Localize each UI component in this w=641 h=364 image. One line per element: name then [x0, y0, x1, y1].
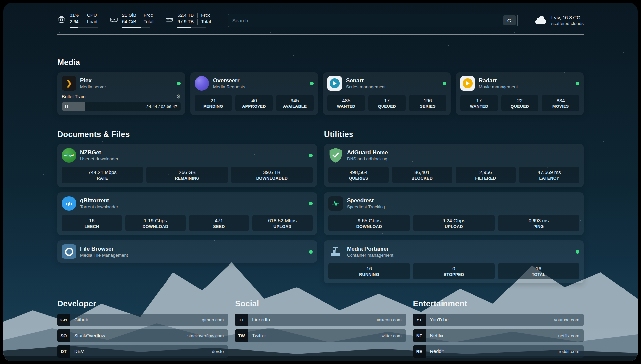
playback-progress-bar[interactable]: 24:44 / 02:06:47: [62, 102, 181, 111]
bookmark-netflix[interactable]: NF Netflix netflix.com: [413, 329, 584, 342]
stat-tile: 498,564QUERIES: [328, 167, 389, 183]
app-card-sonarr[interactable]: Sonarr Series management 485WANTED 17QUE…: [323, 72, 451, 115]
disk-stat: 52.4 TB Free 97.9 TB Total: [165, 13, 211, 28]
ram-progress-bar: [122, 27, 150, 28]
status-dot: [309, 202, 313, 205]
stat-tile: 17QUEUED: [368, 95, 406, 111]
app-name: Overseerr: [213, 77, 245, 84]
app-card-radarr[interactable]: Radarr Movie management 17WANTED 22QUEUE…: [456, 72, 584, 115]
bookmark-twitter[interactable]: TW Twitter twitter.com: [235, 329, 406, 342]
stat-tile: 16LEECH: [62, 215, 122, 231]
stat-tile: 86,401BLOCKED: [392, 167, 452, 183]
bookmark-youtube[interactable]: YT YouTube youtube.com: [413, 314, 584, 326]
stat-tile: 1.19 GbpsDOWNLOAD: [125, 215, 186, 231]
status-dot: [576, 250, 579, 254]
stat-tile: 47.569 msLATENCY: [519, 167, 579, 183]
plex-icon: ❯: [62, 76, 76, 91]
search-engine-button[interactable]: G: [503, 15, 516, 25]
app-card-adguard[interactable]: AdGuard Home DNS and adblocking 498,564Q…: [324, 144, 584, 187]
bookmark-github[interactable]: GH Github github.com: [57, 314, 228, 326]
speedtest-icon: [328, 196, 343, 211]
cpu-label: CPU: [83, 13, 98, 18]
bookmark-stackoverflow[interactable]: SO StackOverflow stackoverflow.com: [57, 329, 228, 342]
section-title-entertainment: Entertainment: [413, 299, 584, 308]
header-divider: [57, 34, 584, 35]
app-description: Media server: [80, 84, 106, 89]
stat-tile: 16TOTAL: [498, 263, 579, 279]
section-title-utilities: Utilities: [324, 130, 584, 139]
app-description: Media File Management: [80, 253, 128, 258]
bookmark-name: Github: [74, 317, 88, 322]
stat-tile: 618.52 MbpsUPLOAD: [252, 215, 313, 231]
app-card-portainer[interactable]: Media Portainer Container management 16R…: [324, 240, 584, 283]
section-title-social: Social: [235, 299, 406, 308]
nzbget-icon: nzbget: [62, 148, 76, 163]
weather-condition: scattered clouds: [551, 21, 584, 26]
app-name: qBittorrent: [80, 197, 118, 204]
section-documents: Documents & Files nzbget NZBGet Usenet d…: [57, 130, 317, 283]
status-dot: [443, 82, 446, 85]
bookmark-linkedin[interactable]: LI LinkedIn linkedin.com: [235, 314, 406, 326]
ram-free-label: Free: [140, 13, 154, 18]
disk-icon: [165, 16, 173, 25]
sonarr-icon: [327, 76, 342, 91]
disk-free-value: 52.4 TB: [177, 13, 197, 18]
pause-icon[interactable]: [65, 105, 68, 108]
app-card-qbittorrent[interactable]: qb qBittorrent Torrent downloader 16LEEC…: [57, 192, 317, 235]
weather-widget: Lviv, 16.87°C scattered clouds: [534, 15, 584, 26]
stat-tile: 0STOPPED: [413, 263, 495, 279]
app-name: AdGuard Home: [347, 149, 388, 156]
now-playing-title: Bullet Train: [62, 94, 86, 99]
stat-tile: 17WANTED: [460, 95, 498, 111]
app-card-nzbget[interactable]: nzbget NZBGet Usenet downloader 744.21 M…: [57, 144, 317, 187]
cpu-progress-bar: [70, 27, 98, 28]
app-card-filebrowser[interactable]: File Browser Media File Management: [57, 240, 317, 263]
disk-free-label: Free: [197, 13, 211, 18]
stat-tile: 834MOVIES: [542, 95, 579, 111]
ram-total-value: 64 GiB: [122, 19, 140, 25]
cpu-load-label: Load: [83, 19, 98, 25]
bookmark-reddit[interactable]: RE Reddit reddit.com: [413, 345, 584, 358]
app-card-speedtest[interactable]: Speedtest Speedtest Tracking 9.65 GbpsDO…: [324, 192, 584, 235]
radarr-icon: [460, 76, 475, 91]
search-input[interactable]: [228, 18, 503, 23]
app-name: Media Portainer: [347, 246, 393, 252]
disk-progress-bar: [177, 27, 206, 28]
bookmark-url: netflix.com: [558, 333, 579, 338]
app-card-plex[interactable]: ❯ Plex Media server Bullet Train ⚙: [57, 72, 185, 115]
disk-total-label: Total: [197, 19, 211, 25]
section-media: Media ❯ Plex Media server Bullet Train ⚙: [57, 58, 584, 115]
cloud-icon: [534, 15, 547, 26]
bookmark-url: linkedin.com: [377, 318, 402, 322]
top-bar: 31% CPU 2.94 Load 21 GiB: [57, 13, 584, 28]
bookmark-dev[interactable]: DT DEV dev.to: [57, 345, 228, 358]
filebrowser-icon: [62, 244, 76, 259]
bookmark-url: youtube.com: [554, 318, 579, 322]
youtube-icon: YT: [413, 314, 426, 326]
stat-tile: 39.6 TBDOWNLOADED: [231, 167, 313, 183]
section-utilities: Utilities AdGuard Home DNS and adblockin…: [324, 130, 584, 283]
app-name: Radarr: [479, 77, 518, 84]
bookmarks-social: Social LI LinkedIn linkedin.com TW Twitt…: [235, 299, 406, 358]
app-description: DNS and adblocking: [347, 156, 388, 161]
stat-tile: 40APPROVED: [235, 95, 273, 111]
bookmark-name: DEV: [74, 349, 84, 354]
stat-tile: 2,956FILTERED: [456, 167, 516, 183]
app-description: Container management: [347, 253, 393, 258]
qbittorrent-icon: qb: [62, 196, 76, 211]
bookmark-name: Netflix: [430, 333, 443, 338]
cpu-percent: 31%: [70, 13, 83, 18]
ram-icon: [110, 16, 118, 25]
app-name: File Browser: [80, 246, 128, 252]
stat-tile: 9.24 GbpsUPLOAD: [413, 215, 495, 231]
ram-stat: 21 GiB Free 64 GiB Total: [110, 13, 153, 28]
settings-gear-icon[interactable]: ⚙: [176, 94, 181, 99]
background-stars: [3, 3, 4, 3]
status-dot: [177, 82, 181, 85]
app-card-overseerr[interactable]: Overseerr Media Requests 21PENDING 40APP…: [190, 72, 318, 115]
app-description: Media Requests: [213, 84, 245, 89]
cpu-load-value: 2.94: [70, 19, 83, 25]
stat-tile: 471SEED: [189, 215, 249, 231]
stat-tile: 945AVAILABLE: [276, 95, 314, 111]
adguard-shield-icon: [328, 148, 343, 163]
